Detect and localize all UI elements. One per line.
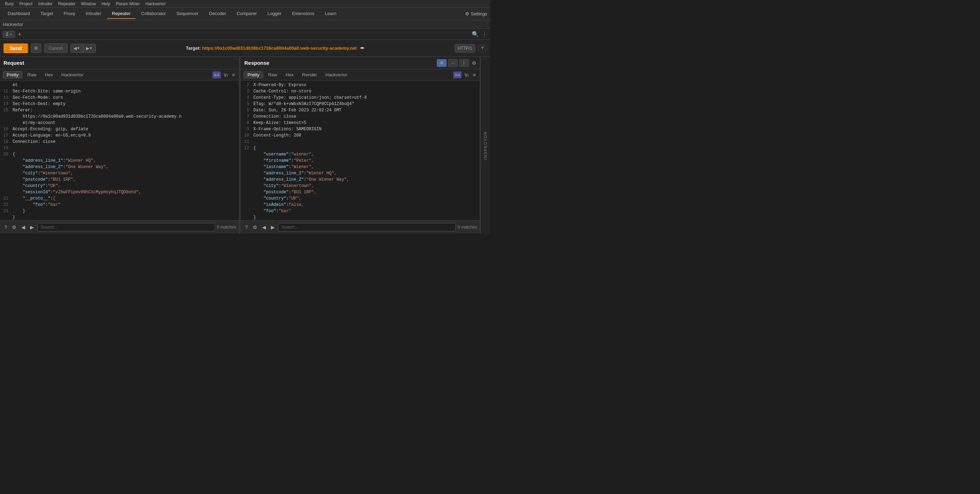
menu-item-window[interactable]: Window	[79, 2, 98, 6]
send-options-button[interactable]: ⚙	[31, 43, 41, 53]
response-tab-hex[interactable]: Hex	[282, 72, 297, 78]
request-search-gear-icon[interactable]: ⚙	[11, 224, 18, 231]
line-number	[241, 189, 252, 195]
send-button[interactable]: Send	[3, 43, 28, 53]
line-content: "isAdmin":false,	[252, 202, 480, 208]
line-content: "sessionId":"v28wFPipmv0NhCXcMypHoyhqJTQ…	[11, 189, 239, 195]
nav-forward-button[interactable]: ▶ ▼	[83, 44, 95, 53]
response-search-input[interactable]	[278, 223, 456, 231]
line-content	[11, 145, 239, 151]
response-gear-icon[interactable]: ⚙	[472, 60, 476, 66]
response-code-content[interactable]: 2X-Powered-By: Express3Cache-Control: no…	[241, 81, 480, 220]
request-ln-btn[interactable]: \n	[222, 72, 229, 78]
tab-close-icon[interactable]: ×	[10, 32, 12, 37]
line-number: 6	[241, 107, 252, 113]
request-format-btn[interactable]: ≡≡	[212, 72, 221, 78]
response-ln-btn[interactable]: \n	[463, 72, 470, 78]
repeater-tab-2[interactable]: 2 ×	[3, 31, 15, 38]
request-next-match-icon[interactable]: ▶	[29, 224, 35, 231]
request-code-content[interactable]: et12Sec-Fetch-Site: same-origin13Sec-Fet…	[0, 81, 239, 220]
tab-more-icon[interactable]: ⋮	[482, 31, 487, 37]
line-number	[0, 158, 11, 164]
tab-logger[interactable]: Logger	[262, 9, 286, 19]
menu-item-intruder[interactable]: Intruder	[36, 2, 55, 6]
hackvertor-label[interactable]: Hackvertor	[3, 22, 23, 27]
response-format-btn[interactable]: ≡≡	[453, 72, 461, 78]
nav-back-button[interactable]: ◀ ▼	[71, 44, 83, 53]
line-number	[0, 214, 11, 220]
request-search-input[interactable]	[37, 223, 215, 231]
tab-sequencer[interactable]: Sequencer	[172, 9, 204, 19]
line-content: "__proto__":{	[11, 195, 239, 202]
cancel-button[interactable]: Cancel	[44, 43, 67, 53]
target-label: Target:	[186, 46, 202, 51]
tab-decoder[interactable]: Decoder	[204, 9, 231, 19]
line-content: Accept-Language: en-US,en;q=0.9	[11, 132, 239, 139]
code-line: 21 "__proto__":{	[0, 195, 239, 202]
menu-item-help[interactable]: Help	[99, 2, 112, 6]
menu-item-project[interactable]: Project	[17, 2, 34, 6]
tab-extensions[interactable]: Extensions	[287, 9, 319, 19]
request-tab-pretty[interactable]: Pretty	[3, 71, 22, 78]
line-content: "foo":"bar"	[11, 202, 239, 208]
settings-button[interactable]: ⚙ Settings	[465, 11, 487, 16]
code-line: "country":"UK",	[0, 183, 239, 189]
code-line: "username":"wiener",	[241, 151, 480, 158]
tab-dashboard[interactable]: Dashboard	[3, 9, 35, 19]
response-search-gear-icon[interactable]: ⚙	[251, 224, 259, 231]
add-tab-button[interactable]: +	[16, 31, 22, 37]
response-wrap-btn[interactable]: ≡	[471, 72, 477, 78]
line-number: 19	[0, 145, 11, 151]
tab-proxy[interactable]: Proxy	[59, 9, 80, 19]
tab-learn[interactable]: Learn	[320, 9, 341, 19]
line-number: 5	[241, 101, 252, 107]
code-line: 18Connection: close	[0, 139, 239, 145]
menu-item-burp[interactable]: Burp	[3, 2, 16, 6]
line-content: ETag: W/"d0-k+vWbsN3AzI7CQP8CCpG1Z4buQ4"	[252, 101, 480, 107]
response-tab-render[interactable]: Render	[299, 72, 321, 78]
code-line: 22 "foo":"bar"	[0, 202, 239, 208]
line-content: "city":"Wienertown",	[11, 170, 239, 177]
code-line: 5ETag: W/"d0-k+vWbsN3AzI7CQP8CCpG1Z4buQ4…	[241, 101, 480, 107]
tab-repeater[interactable]: Repeater	[107, 9, 135, 19]
code-line: "sessionId":"v28wFPipmv0NhCXcMypHoyhqJTQ…	[0, 189, 239, 195]
line-number	[241, 183, 252, 189]
request-help-icon[interactable]: ?	[3, 224, 8, 231]
response-next-match-icon[interactable]: ▶	[269, 224, 276, 231]
code-line: 14Sec-Fetch-Dest: empty	[0, 101, 239, 107]
menu-item-hackvertor[interactable]: Hackvertor	[143, 2, 168, 6]
request-prev-match-icon[interactable]: ◀	[20, 224, 27, 231]
response-tab-pretty[interactable]: Pretty	[243, 71, 263, 78]
tab-target[interactable]: Target	[36, 9, 58, 19]
response-prev-match-icon[interactable]: ◀	[261, 224, 267, 231]
request-wrap-btn[interactable]: ≡	[231, 72, 236, 78]
line-content: "country":"UK",	[252, 195, 480, 202]
view-split-btn[interactable]: ⊞	[437, 59, 447, 67]
response-help-icon[interactable]: ?	[243, 224, 249, 231]
view-vertical-btn[interactable]: │	[459, 59, 469, 67]
line-content	[252, 139, 480, 145]
tab-intruder[interactable]: Intruder	[81, 9, 107, 19]
http-version-selector[interactable]: HTTP/1	[455, 44, 475, 53]
line-number: 3	[241, 88, 252, 94]
response-tab-raw[interactable]: Raw	[265, 72, 281, 78]
line-content: https://0a1c00ad031d838bc1726ca8004a00a0…	[11, 113, 239, 120]
tab-comparer[interactable]: Comparer	[232, 9, 262, 19]
line-number: 21	[0, 195, 11, 202]
help-button[interactable]: ?	[478, 44, 487, 53]
code-line: 11	[241, 139, 480, 145]
request-tab-raw[interactable]: Raw	[24, 72, 40, 78]
toolbar: Send ⚙ Cancel ◀ ▼ ▶ ▼ Target: https://0a…	[0, 40, 490, 57]
line-content: "address_line_1":"Wiener HQ",	[252, 170, 480, 177]
tab-collaborator[interactable]: Collaborator	[136, 9, 171, 19]
response-tab-hackvertor[interactable]: Hackvertor	[322, 72, 351, 78]
edit-icon[interactable]: ✏	[361, 46, 364, 51]
menu-item-paramminer[interactable]: Param Miner	[114, 2, 142, 6]
request-tab-hackvertor[interactable]: Hackvertor	[58, 72, 87, 78]
request-tab-hex[interactable]: Hex	[41, 72, 56, 78]
line-content: Cache-Control: no-store	[252, 88, 480, 94]
menu-item-repeater[interactable]: Repeater	[56, 2, 77, 6]
tab-search-icon[interactable]: 🔍	[470, 31, 480, 37]
view-horizontal-btn[interactable]: ─	[448, 59, 458, 67]
code-line: 12{	[241, 145, 480, 151]
